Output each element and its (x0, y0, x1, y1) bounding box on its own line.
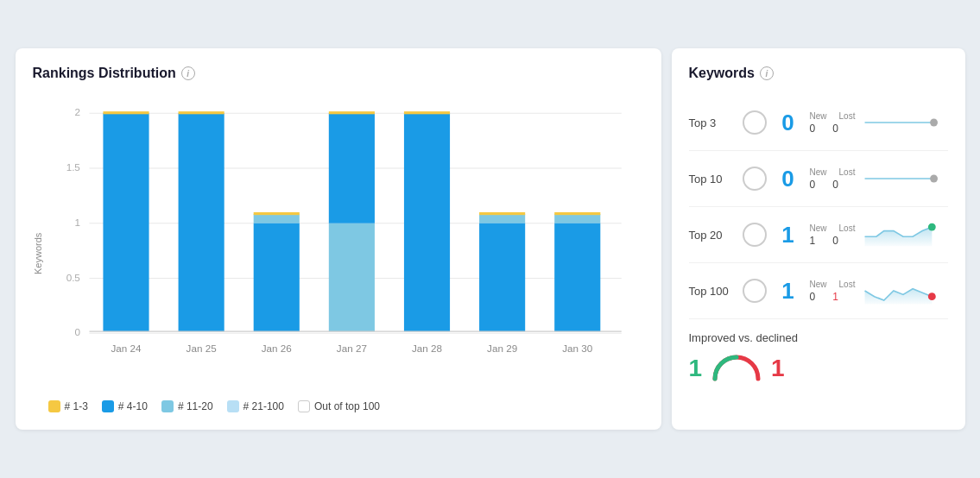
new-val-top10: 0 (810, 179, 816, 191)
mini-chart-top100 (858, 274, 948, 308)
legend-item-21-100: # 21-100 (227, 400, 284, 412)
legend-item-out-top100: Out of top 100 (298, 400, 380, 412)
mini-chart-top10 (858, 161, 948, 196)
kw-count-top3: 0 (775, 110, 801, 136)
svg-text:Jan 30: Jan 30 (562, 343, 593, 354)
kw-circle-top3 (743, 110, 767, 135)
kw-label-top20: Top 20 (689, 229, 734, 242)
new-label-top3: New (810, 111, 827, 121)
svg-point-21 (930, 175, 938, 183)
kw-new-lost-values-top10: 0 0 (810, 179, 850, 191)
svg-text:Jan 26: Jan 26 (261, 343, 291, 354)
new-label-top10: New (810, 167, 827, 177)
chart-wrapper: 2 1.5 1 0.5 0 Jan 24 Jan 25 (48, 95, 644, 412)
bar-jan30-top10 (554, 223, 600, 331)
kw-new-lost-values-top100: 0 1 (810, 291, 850, 303)
new-label-top20: New (810, 223, 827, 233)
keyword-row-top100: Top 100 1 New Lost 0 1 (689, 263, 948, 319)
kw-new-lost-top20: New Lost 1 0 (810, 223, 850, 247)
bar-jan24-top10 (103, 113, 149, 331)
kw-count-top20: 1 (775, 222, 801, 248)
kw-new-lost-values-top20: 1 0 (810, 235, 850, 247)
improved-count: 1 (689, 355, 703, 382)
svg-text:0.5: 0.5 (66, 272, 79, 283)
kw-label-top100: Top 100 (689, 285, 734, 298)
svg-text:Jan 29: Jan 29 (487, 343, 517, 354)
bar-jan27-top20 (328, 223, 374, 331)
bar-jan24-top3 (103, 111, 149, 114)
kw-new-lost-top100: New Lost 0 1 (810, 280, 850, 303)
improved-row: 1 1 (689, 353, 948, 384)
mini-chart-top20 (858, 217, 948, 252)
svg-text:Jan 25: Jan 25 (186, 343, 216, 354)
bar-jan25-top3 (178, 111, 224, 114)
lost-label-top20: Lost (839, 223, 856, 233)
legend-box-11-20 (161, 400, 174, 412)
lost-label-top10: Lost (839, 167, 856, 177)
chart-area: Keywords 2 1.5 1 0.5 0 (33, 95, 644, 412)
keywords-info-icon[interactable]: i (760, 66, 774, 80)
mini-chart-top3 (858, 105, 948, 140)
kw-new-lost-top10: New Lost 0 0 (810, 167, 850, 191)
bar-jan28-top3 (403, 111, 449, 114)
kw-circle-top20 (743, 223, 767, 247)
kw-new-lost-header-top10: New Lost (810, 167, 850, 177)
bar-jan25-top10 (178, 113, 224, 331)
panel-title-keywords: Keywords i (689, 66, 948, 81)
lost-val-top3: 0 (832, 123, 838, 135)
rankings-info-icon[interactable]: i (181, 66, 195, 80)
improved-section: Improved vs. declined 1 1 (689, 319, 948, 384)
svg-text:Jan 28: Jan 28 (411, 343, 441, 354)
declined-count: 1 (771, 355, 785, 382)
improved-label: Improved vs. declined (689, 331, 948, 344)
bar-jan26-top3 (253, 212, 299, 215)
new-val-top3: 0 (810, 123, 816, 135)
new-val-top100: 0 (810, 291, 816, 303)
y-axis-label: Keywords (33, 95, 43, 412)
legend-item-1-3: # 1-3 (48, 400, 88, 412)
legend-label-4-10: # 4-10 (118, 400, 148, 412)
legend-label-11-20: # 11-20 (178, 400, 213, 412)
bar-jan30-top20 (554, 214, 600, 223)
svg-point-19 (930, 119, 938, 127)
chart-legend: # 1-3 # 4-10 # 11-20 # 21-100 (48, 400, 644, 412)
kw-new-lost-header-top100: New Lost (810, 280, 850, 289)
keyword-row-top3: Top 3 0 New Lost 0 0 (689, 95, 948, 151)
bar-chart: 2 1.5 1 0.5 0 Jan 24 Jan 25 (48, 95, 644, 388)
bar-jan27-top3 (328, 111, 374, 114)
legend-label-1-3: # 1-3 (65, 400, 88, 412)
keyword-row-top20: Top 20 1 New Lost 1 0 (689, 207, 948, 263)
svg-text:1: 1 (74, 217, 80, 228)
kw-circle-top10 (743, 167, 767, 191)
bar-jan30-top3 (554, 212, 600, 215)
kw-circle-top100 (743, 279, 767, 303)
legend-box-21-100 (227, 400, 239, 412)
rankings-title-text: Rankings Distribution (33, 66, 176, 81)
rankings-distribution-panel: Rankings Distribution i Keywords 2 1.5 1… (16, 48, 661, 430)
bar-jan28-top10 (403, 113, 449, 331)
kw-new-lost-header-top20: New Lost (810, 223, 850, 233)
svg-text:Jan 27: Jan 27 (336, 343, 366, 354)
svg-point-22 (927, 223, 935, 231)
bar-jan29-top10 (479, 223, 525, 331)
kw-count-top100: 1 (775, 278, 801, 305)
legend-label-21-100: # 21-100 (243, 400, 284, 412)
kw-new-lost-values-top3: 0 0 (810, 123, 850, 135)
keywords-panel: Keywords i Top 3 0 New Lost 0 0 (672, 48, 965, 430)
bar-jan29-top20 (479, 214, 525, 223)
gauge-arc (711, 353, 762, 384)
kw-label-top10: Top 10 (689, 173, 734, 186)
svg-text:0: 0 (74, 326, 80, 337)
legend-item-4-10: # 4-10 (102, 400, 148, 412)
keyword-row-top10: Top 10 0 New Lost 0 0 (689, 151, 948, 207)
lost-val-top10: 0 (832, 179, 838, 191)
bar-jan26-top10 (253, 223, 299, 331)
bar-jan26-top20 (253, 214, 299, 223)
new-label-top100: New (810, 280, 827, 289)
new-val-top20: 1 (810, 235, 816, 247)
kw-count-top10: 0 (775, 166, 801, 192)
legend-box-4-10 (102, 400, 114, 412)
lost-label-top100: Lost (839, 280, 856, 289)
kw-new-lost-header-top3: New Lost (810, 111, 850, 121)
bar-jan27-top10 (328, 113, 374, 223)
